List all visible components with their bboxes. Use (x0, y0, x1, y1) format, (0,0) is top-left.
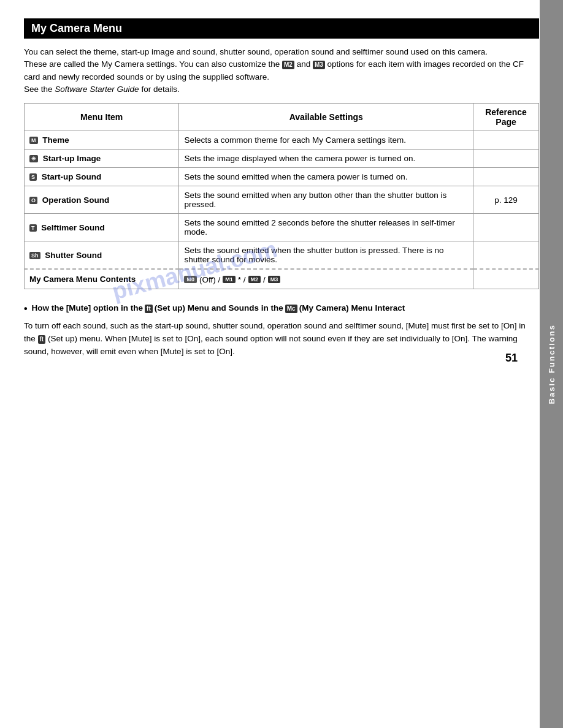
table-row-startup-image: ✳ Start-up Image Sets the image displaye… (25, 150, 539, 168)
startup-sound-settings: Sets the sound emitted when the camera p… (179, 168, 473, 186)
bullet-symbol: • (24, 301, 28, 317)
selftimer-sound-settings: Sets the sound emitted 2 seconds before … (179, 214, 473, 241)
operation-sound-ref: p. 129 (473, 186, 539, 214)
icon-customize2: M3 (313, 61, 325, 69)
col-header-ref: ReferencePage (473, 104, 539, 131)
col-header-menu-item: Menu Item (25, 104, 179, 131)
selftimer-sound-label: Selftimer Sound (41, 223, 105, 232)
selftimer-sound-icon: T (29, 224, 37, 232)
startup-sound-ref (473, 168, 539, 186)
mycamera-icon-header: Mc (285, 305, 297, 313)
theme-ref (473, 131, 539, 150)
shutter-sound-settings: Sets the sound emitted when the shutter … (179, 241, 473, 270)
icon-customize1: M2 (282, 61, 294, 69)
menu-item-selftimer-sound: T Selftimer Sound (25, 214, 179, 241)
startup-image-icon: ✳ (29, 155, 38, 162)
startup-sound-label: Start-up Sound (42, 172, 102, 181)
operation-sound-icon: O (29, 197, 37, 204)
shutter-sound-label: Shutter Sound (45, 251, 102, 260)
icon-off: M0 (184, 276, 197, 283)
table-row-contents: My Camera Menu Contents M0 (Off) / M1 * … (25, 269, 539, 289)
table-row-operation-sound: O Operation Sound Sets the sound emitted… (25, 186, 539, 214)
intro-line3: See the Software Starter Guide for detai… (24, 85, 180, 94)
intro-paragraph: You can select the theme, start-up image… (24, 46, 539, 96)
icon-1: M1 (223, 276, 236, 283)
bullet-section: • How the [Mute] option in the ft (Set u… (24, 301, 539, 359)
table-row-theme: M Theme Selects a common theme for each … (25, 131, 539, 150)
startup-image-ref (473, 150, 539, 168)
intro-line2: These are called the My Camera settings.… (24, 59, 524, 81)
theme-icon: M (29, 137, 38, 144)
page-number: 51 (505, 352, 518, 365)
setup-icon-header: ft (145, 305, 153, 313)
contents-ref (473, 269, 539, 289)
selftimer-sound-ref (473, 214, 539, 241)
startup-image-settings: Sets the image displayed when the camera… (179, 150, 473, 168)
menu-item-startup-image: ✳ Start-up Image (25, 150, 179, 168)
startup-sound-icon: S (29, 173, 37, 181)
sidebar-label: Basic Functions (547, 324, 556, 404)
sidebar: Basic Functions (540, 0, 563, 728)
contents-off-label: (Off) / (199, 275, 220, 284)
icon-3: M3 (268, 276, 281, 283)
intro-line1: You can select the theme, start-up image… (24, 47, 488, 56)
shutter-sound-ref (473, 241, 539, 270)
menu-item-contents: My Camera Menu Contents (25, 269, 179, 289)
bullet-body: To turn off each sound, such as the star… (24, 320, 539, 358)
bullet-header: • How the [Mute] option in the ft (Set u… (24, 301, 539, 317)
menu-item-theme: M Theme (25, 131, 179, 150)
menu-item-shutter-sound: Sh Shutter Sound (25, 241, 179, 270)
menu-item-startup-sound: S Start-up Sound (25, 168, 179, 186)
menu-table: Menu Item Available Settings ReferencePa… (24, 103, 539, 289)
page-title: My Camera Menu (24, 18, 539, 39)
operation-sound-label: Operation Sound (42, 195, 110, 205)
icon-2: M2 (248, 276, 261, 283)
col-header-settings: Available Settings (179, 104, 473, 131)
startup-image-label: Start-up Image (43, 154, 101, 163)
software-guide-italic: Software Starter Guide (55, 85, 139, 94)
operation-sound-settings: Sets the sound emitted when any button o… (179, 186, 473, 214)
table-row-selftimer-sound: T Selftimer Sound Sets the sound emitted… (25, 214, 539, 241)
contents-icons: M0 (Off) / M1 * / M2 / M3 (184, 275, 280, 284)
shutter-sound-icon: Sh (29, 252, 40, 259)
contents-slash1: / (263, 275, 266, 284)
bullet-header-text2: (Set up) Menu and Sounds in the (155, 302, 283, 315)
bullet-header-text1: How the [Mute] option in the (32, 302, 143, 315)
setup-icon-body: ft (38, 335, 46, 344)
table-row-shutter-sound: Sh Shutter Sound Sets the sound emitted … (25, 241, 539, 270)
contents-settings: M0 (Off) / M1 * / M2 / M3 (179, 269, 473, 289)
bullet-header-text3: (My Camera) Menu Interact (299, 302, 405, 315)
theme-label: Theme (42, 135, 69, 145)
menu-item-operation-sound: O Operation Sound (25, 186, 179, 214)
table-row-startup-sound: S Start-up Sound Sets the sound emitted … (25, 168, 539, 186)
contents-star: * / (238, 275, 246, 284)
theme-settings: Selects a common theme for each My Camer… (179, 131, 473, 150)
